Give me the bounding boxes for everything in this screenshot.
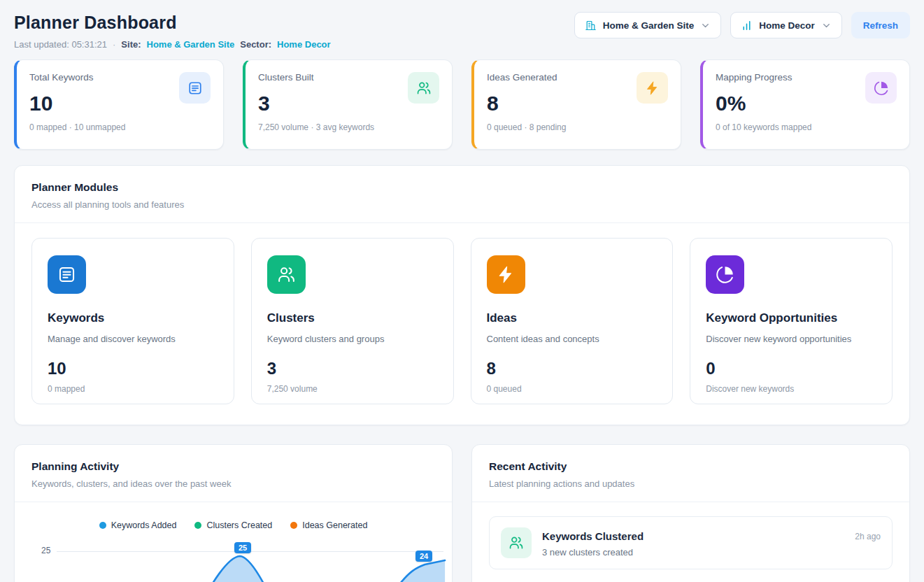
lightning-icon	[637, 72, 668, 104]
recent-activity-header: Recent Activity Latest planning actions …	[472, 445, 909, 502]
users-icon	[501, 527, 532, 558]
chevron-down-icon	[821, 20, 832, 31]
site-link[interactable]: Home & Garden Site	[147, 39, 235, 50]
last-updated-text: Last updated: 05:31:21	[14, 39, 107, 50]
sector-link[interactable]: Home Decor	[277, 39, 331, 50]
activity-description: 3 new clusters created	[542, 547, 844, 558]
sector-selector-label: Home Decor	[759, 20, 815, 31]
module-subtext: 0 queued	[487, 384, 658, 394]
module-description: Keyword clusters and groups	[267, 334, 438, 344]
legend-dot	[99, 522, 106, 529]
lightning-icon	[487, 255, 525, 294]
site-selector-label: Home & Garden Site	[603, 20, 695, 31]
sector-selector-dropdown[interactable]: Home Decor	[730, 12, 842, 38]
activity-item-keywords-clustered: Keywords Clustered 3 new clusters create…	[489, 516, 893, 569]
card-subtitle: Latest planning actions and updates	[489, 478, 893, 489]
legend-item-clusters-created[interactable]: Clusters Created	[194, 520, 272, 530]
data-point-badge: 24	[415, 551, 432, 562]
module-description: Manage and discover keywords	[48, 334, 218, 344]
planning-activity-header: Planning Activity Keywords, clusters, an…	[15, 445, 452, 502]
stat-subtext: 0 of 10 keywords mapped	[716, 122, 897, 132]
stat-subtext: 0 queued · 8 pending	[487, 122, 668, 132]
stat-cards-row: Total Keywords 10 0 mapped · 10 unmapped…	[14, 59, 910, 150]
building-icon	[585, 20, 597, 31]
module-card-keyword-opportunities[interactable]: Keyword Opportunities Discover new keywo…	[690, 238, 893, 404]
page-title: Planner Dashboard	[14, 13, 331, 33]
stat-card-ideas-generated: Ideas Generated 8 0 queued · 8 pending	[471, 59, 681, 150]
module-card-keywords[interactable]: Keywords Manage and discover keywords 10…	[31, 238, 234, 404]
site-label: Site:	[121, 39, 141, 50]
section-title: Planner Modules	[31, 181, 893, 194]
data-point-badge: 25	[234, 542, 251, 553]
module-subtext: 0 mapped	[48, 384, 218, 394]
chart-legend: Keywords Added Clusters Created Ideas Ge…	[15, 502, 452, 530]
module-value: 10	[48, 359, 218, 378]
module-subtext: 7,250 volume	[267, 384, 438, 394]
module-title: Ideas	[487, 311, 658, 325]
line-chart: 25 25 24	[15, 537, 452, 582]
planner-modules-panel: Planner Modules Access all planning tool…	[14, 165, 910, 425]
planning-activity-panel: Planning Activity Keywords, clusters, an…	[14, 444, 453, 582]
pie-chart-icon	[706, 255, 744, 294]
meta-line: Last updated: 05:31:21 · Site: Home & Ga…	[14, 39, 331, 50]
activity-title: Keywords Clustered	[542, 530, 844, 542]
stat-subtext: 7,250 volume · 3 avg keywords	[258, 122, 439, 132]
site-selector-dropdown[interactable]: Home & Garden Site	[574, 12, 722, 38]
refresh-button[interactable]: Refresh	[851, 12, 910, 38]
module-description: Content ideas and concepts	[487, 334, 658, 344]
card-title: Planning Activity	[31, 460, 435, 473]
module-title: Keyword Opportunities	[706, 311, 876, 325]
card-subtitle: Keywords, clusters, and ideas over the p…	[31, 478, 435, 489]
module-title: Clusters	[267, 311, 438, 325]
module-card-ideas[interactable]: Ideas Content ideas and concepts 8 0 que…	[471, 238, 674, 404]
recent-activity-panel: Recent Activity Latest planning actions …	[471, 444, 910, 582]
planner-modules-header: Planner Modules Access all planning tool…	[15, 166, 909, 223]
users-icon	[408, 72, 439, 104]
legend-item-keywords-added[interactable]: Keywords Added	[99, 520, 177, 530]
activity-timestamp: 2h ago	[855, 527, 881, 541]
module-description: Discover new keyword opportunities	[706, 334, 876, 344]
sector-label: Sector:	[240, 39, 271, 50]
legend-item-ideas-generated[interactable]: Ideas Generated	[290, 520, 367, 530]
legend-dot	[194, 522, 201, 529]
module-value: 0	[706, 359, 876, 378]
stat-card-total-keywords: Total Keywords 10 0 mapped · 10 unmapped	[14, 59, 224, 150]
module-value: 3	[267, 359, 438, 378]
modules-grid: Keywords Manage and discover keywords 10…	[15, 223, 909, 425]
legend-dot	[290, 522, 297, 529]
header-left: Planner Dashboard Last updated: 05:31:21…	[14, 10, 331, 50]
activity-body: Keywords Clustered 3 new clusters create…	[542, 527, 844, 558]
keywords-added-series	[15, 537, 452, 582]
page-header: Planner Dashboard Last updated: 05:31:21…	[14, 10, 910, 50]
pie-chart-icon	[865, 72, 897, 104]
bar-chart-icon	[741, 20, 753, 31]
planner-dashboard-page: Planner Dashboard Last updated: 05:31:21…	[0, 0, 924, 582]
bottom-row: Planning Activity Keywords, clusters, an…	[14, 444, 910, 582]
header-controls: Home & Garden Site Home Decor Refresh	[574, 12, 910, 38]
chevron-down-icon	[700, 20, 711, 31]
users-icon	[267, 255, 306, 294]
module-value: 8	[487, 359, 658, 378]
legend-label: Ideas Generated	[302, 520, 367, 530]
document-icon	[179, 72, 211, 104]
section-subtitle: Access all planning tools and features	[31, 199, 893, 210]
card-title: Recent Activity	[489, 460, 893, 473]
legend-label: Clusters Created	[206, 520, 272, 530]
legend-label: Keywords Added	[111, 520, 177, 530]
stat-card-mapping-progress: Mapping Progress 0% 0 of 10 keywords map…	[700, 59, 910, 150]
document-icon	[48, 255, 86, 294]
stat-card-clusters-built: Clusters Built 3 7,250 volume · 3 avg ke…	[243, 59, 453, 150]
stat-subtext: 0 mapped · 10 unmapped	[29, 122, 211, 132]
module-title: Keywords	[48, 311, 218, 325]
module-subtext: Discover new keywords	[706, 384, 876, 394]
meta-separator: ·	[113, 39, 115, 50]
module-card-clusters[interactable]: Clusters Keyword clusters and groups 3 7…	[251, 238, 454, 404]
